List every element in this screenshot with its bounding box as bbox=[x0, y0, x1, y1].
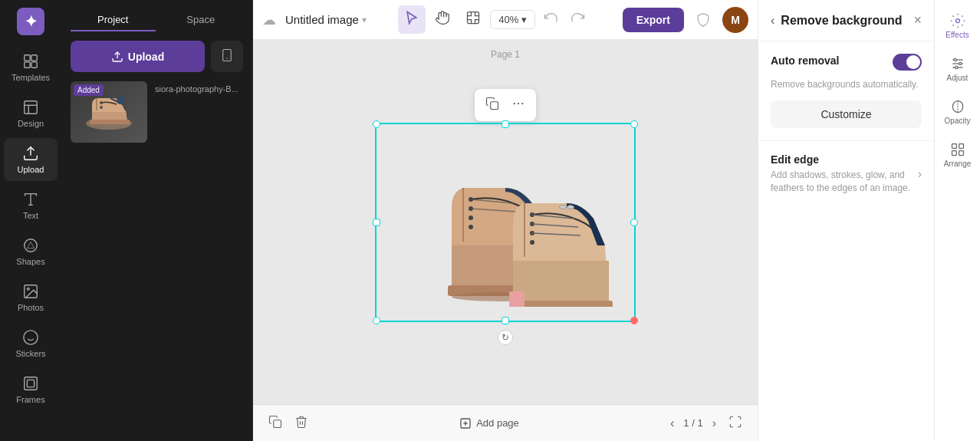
toggle-knob bbox=[906, 55, 920, 69]
doc-title[interactable]: Untitled image ▾ bbox=[285, 13, 367, 26]
panel-tabs: Project Space bbox=[71, 9, 243, 31]
svg-text:✦: ✦ bbox=[25, 13, 38, 30]
svg-rect-30 bbox=[491, 101, 498, 109]
svg-rect-6 bbox=[25, 101, 38, 114]
canvas-area[interactable]: Page 1 bbox=[253, 40, 758, 404]
svg-rect-61 bbox=[959, 151, 963, 156]
sidebar-item-stickers[interactable]: Stickers bbox=[4, 322, 58, 365]
app-logo[interactable]: ✦ bbox=[17, 8, 44, 35]
tab-space[interactable]: Space bbox=[159, 9, 244, 31]
effects-panel-header: ‹ Remove background × bbox=[758, 0, 934, 41]
auto-removal-title: Auto removal bbox=[771, 54, 839, 67]
customize-button[interactable]: Customize bbox=[771, 100, 922, 128]
page-indicator: 1 / 1 bbox=[683, 417, 702, 429]
image-added-badge: Added bbox=[74, 84, 104, 96]
effects-panel: ‹ Remove background × Auto removal Remov… bbox=[758, 0, 934, 441]
delete-page-button[interactable] bbox=[291, 412, 311, 435]
image-filename: siora-photography-B... bbox=[155, 84, 238, 94]
duplicate-page-button[interactable] bbox=[265, 412, 285, 435]
svg-point-33 bbox=[521, 102, 523, 104]
sidebar-item-templates[interactable]: Templates bbox=[4, 46, 58, 89]
right-tool-arrange[interactable]: Arrange bbox=[938, 135, 978, 175]
edit-edge-desc: Add shadows, strokes, glow, and feathers… bbox=[771, 169, 918, 195]
right-tool-adjust[interactable]: Adjust bbox=[938, 49, 978, 89]
svg-rect-47 bbox=[274, 420, 281, 427]
svg-point-15 bbox=[27, 288, 29, 290]
sidebar-item-text[interactable]: Text bbox=[4, 184, 58, 227]
cloud-icon: ☁ bbox=[262, 12, 276, 28]
svg-point-26 bbox=[100, 106, 103, 109]
user-avatar[interactable]: M bbox=[722, 7, 748, 33]
sidebar-item-upload[interactable]: Upload bbox=[4, 138, 58, 181]
sidebar-item-shapes-label: Shapes bbox=[16, 257, 44, 266]
svg-rect-60 bbox=[952, 151, 956, 156]
svg-rect-19 bbox=[25, 377, 38, 390]
sidebar-item-shapes[interactable]: Shapes bbox=[4, 230, 58, 273]
svg-point-43 bbox=[530, 240, 534, 245]
auto-removal-toggle[interactable] bbox=[893, 54, 922, 71]
page-navigation: ‹ 1 / 1 › bbox=[667, 413, 719, 433]
boot-image[interactable] bbox=[375, 123, 636, 322]
image-toolbar bbox=[475, 89, 536, 121]
hand-tool-button[interactable] bbox=[429, 5, 456, 34]
copy-icon-button[interactable] bbox=[482, 94, 502, 117]
add-page-button[interactable]: Add page bbox=[459, 417, 519, 429]
svg-marker-13 bbox=[27, 242, 34, 248]
selected-image-container[interactable]: ↻ bbox=[375, 123, 636, 322]
svg-rect-3 bbox=[31, 55, 37, 61]
right-tool-adjust-label: Adjust bbox=[947, 74, 968, 82]
fit-page-button[interactable] bbox=[725, 412, 745, 435]
frame-tool-button[interactable] bbox=[459, 5, 487, 34]
svg-point-36 bbox=[469, 216, 473, 220]
edit-edge-title: Edit edge bbox=[771, 153, 918, 166]
undo-button[interactable] bbox=[538, 5, 563, 34]
prev-page-button[interactable]: ‹ bbox=[667, 413, 677, 433]
canvas-wrapper: ☁ Untitled image ▾ bbox=[253, 0, 758, 441]
sidebar-item-photos[interactable]: Photos bbox=[4, 276, 58, 319]
svg-rect-58 bbox=[952, 144, 956, 149]
svg-rect-4 bbox=[25, 62, 30, 67]
left-panel: Project Space Upload bbox=[61, 0, 253, 441]
top-bar: ☁ Untitled image ▾ bbox=[253, 0, 758, 40]
right-tool-opacity[interactable]: Opacity bbox=[938, 92, 978, 132]
redo-button[interactable] bbox=[566, 5, 590, 34]
svg-point-56 bbox=[959, 62, 961, 64]
svg-point-12 bbox=[25, 239, 38, 252]
select-tool-button[interactable] bbox=[398, 5, 426, 34]
sidebar-item-frames[interactable]: Frames bbox=[4, 368, 58, 411]
mobile-upload-button[interactable] bbox=[211, 41, 243, 72]
effects-panel-title: Remove background bbox=[781, 14, 907, 28]
next-page-button[interactable]: › bbox=[709, 413, 719, 433]
sidebar-item-design[interactable]: Design bbox=[4, 92, 58, 135]
zoom-button[interactable]: 40% ▾ bbox=[490, 10, 535, 29]
auto-removal-desc: Remove backgrounds automatically. bbox=[771, 79, 919, 90]
page-label: Page 1 bbox=[491, 49, 520, 60]
right-panel: Effects Adjust Opacity Arrange bbox=[934, 0, 980, 441]
edit-edge-chevron-icon: › bbox=[918, 167, 922, 181]
svg-point-37 bbox=[469, 225, 473, 229]
shield-button[interactable] bbox=[690, 7, 716, 33]
effects-close-button[interactable]: × bbox=[913, 12, 922, 28]
zoom-chevron-icon: ▾ bbox=[521, 14, 527, 25]
svg-point-51 bbox=[955, 19, 959, 23]
edit-edge-section[interactable]: Edit edge Add shadows, strokes, glow, an… bbox=[758, 141, 934, 207]
right-tool-effects[interactable]: Effects bbox=[938, 6, 978, 46]
svg-rect-59 bbox=[959, 144, 963, 149]
uploaded-image-card[interactable]: Added bbox=[71, 81, 147, 143]
right-tool-effects-label: Effects bbox=[945, 31, 968, 39]
right-tool-arrange-label: Arrange bbox=[944, 160, 972, 168]
more-options-button[interactable] bbox=[508, 94, 528, 117]
auto-removal-section: Auto removal Remove backgrounds automati… bbox=[758, 41, 934, 141]
svg-rect-46 bbox=[509, 291, 525, 307]
svg-point-28 bbox=[117, 97, 124, 104]
rotate-handle[interactable]: ↻ bbox=[498, 330, 513, 345]
svg-rect-44 bbox=[509, 301, 613, 307]
sidebar-item-stickers-label: Stickers bbox=[15, 349, 45, 358]
export-button[interactable]: Export bbox=[623, 8, 684, 32]
sidebar-item-design-label: Design bbox=[18, 119, 44, 128]
upload-button[interactable]: Upload bbox=[71, 41, 205, 72]
svg-rect-20 bbox=[27, 380, 34, 387]
tab-project[interactable]: Project bbox=[71, 9, 156, 31]
effects-back-button[interactable]: ‹ bbox=[771, 14, 774, 28]
sidebar-item-frames-label: Frames bbox=[16, 395, 44, 404]
